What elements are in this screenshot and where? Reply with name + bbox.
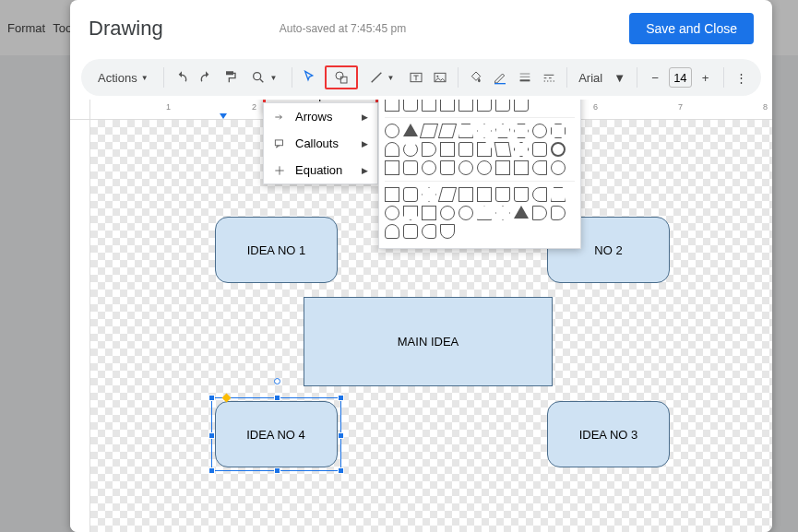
shape-plaque[interactable] (532, 142, 547, 157)
shape-cloud[interactable] (551, 160, 566, 175)
shape-round-same[interactable] (514, 100, 529, 112)
shape-triangle[interactable] (403, 124, 418, 136)
actions-menu-button[interactable]: Actions▼ (90, 65, 156, 89)
flowchart-extract[interactable] (514, 206, 529, 219)
fill-color-button[interactable] (466, 65, 486, 89)
shape-snip-corner[interactable] (422, 100, 436, 112)
shape-folded-corner[interactable] (440, 160, 455, 175)
shape-rectangle[interactable] (385, 100, 399, 112)
flowchart-or[interactable] (459, 206, 473, 220)
shape-round-single[interactable] (495, 100, 510, 112)
shape-l-shape[interactable] (477, 142, 492, 157)
shape-parallelogram[interactable] (438, 124, 457, 138)
shape-bevel[interactable] (403, 160, 418, 175)
flowchart-collate[interactable] (477, 206, 492, 220)
flowchart-display[interactable] (551, 206, 566, 220)
paint-format-button[interactable] (220, 65, 240, 89)
flowchart-summing[interactable] (440, 206, 455, 220)
flowchart-internal-storage[interactable] (477, 187, 492, 202)
flowchart-sort[interactable] (495, 206, 510, 220)
resize-handle-w[interactable] (208, 432, 215, 439)
shape-moon[interactable] (532, 160, 547, 175)
flowchart-data[interactable] (438, 187, 457, 202)
zoom-button[interactable]: ▼ (244, 65, 284, 89)
shape-cross[interactable] (514, 142, 529, 157)
flowchart-magnetic-disk[interactable] (403, 224, 418, 239)
flowchart-predefined[interactable] (459, 187, 473, 202)
flowchart-card[interactable] (422, 206, 436, 220)
shape-lightning[interactable] (495, 160, 510, 175)
idea-1-shape[interactable]: IDEA NO 1 (215, 217, 338, 283)
select-tool-button[interactable] (300, 65, 320, 89)
resize-handle-ne[interactable] (338, 395, 344, 401)
shape-hexagon[interactable] (514, 124, 529, 138)
flowchart-multidoc[interactable] (514, 187, 529, 202)
border-color-button[interactable] (490, 65, 510, 89)
flowchart-manual-op[interactable] (551, 187, 566, 202)
shape-snip-same[interactable] (459, 100, 473, 112)
textbox-button[interactable] (405, 65, 425, 89)
flowchart-document[interactable] (495, 187, 510, 202)
font-decrease-button[interactable]: − (645, 65, 665, 89)
flowchart-process[interactable] (385, 187, 399, 202)
shape-right-triangle[interactable] (420, 124, 438, 138)
shape-donut[interactable] (422, 160, 436, 175)
shape-sun[interactable] (514, 160, 529, 175)
rotate-handle[interactable] (274, 378, 280, 384)
shape-rounded-rectangle[interactable] (403, 100, 418, 112)
border-weight-button[interactable] (515, 65, 535, 89)
shape-diamond[interactable] (477, 124, 492, 138)
resize-handle-n[interactable] (274, 395, 280, 401)
shape-frame[interactable] (440, 142, 455, 157)
callouts-menu-item[interactable]: Callouts▶ (264, 130, 377, 157)
shape-pie[interactable] (403, 142, 418, 157)
page-title: Drawing (89, 17, 163, 41)
shape-snip-single[interactable] (440, 100, 455, 112)
adjust-handle[interactable] (222, 394, 232, 403)
border-dash-button[interactable] (539, 65, 559, 89)
redo-button[interactable] (196, 65, 216, 89)
flowchart-delay[interactable] (532, 206, 547, 220)
flowchart-decision[interactable] (422, 187, 436, 202)
shape-half-frame[interactable] (459, 142, 473, 157)
main-idea-shape[interactable]: MAIN IDEA (304, 297, 553, 386)
equation-menu-item[interactable]: Equation▶ (264, 157, 377, 183)
shape-diagonal-stripe[interactable] (494, 142, 512, 157)
shape-pentagon[interactable] (495, 124, 510, 138)
shape-tool-button[interactable] (325, 65, 358, 89)
flowchart-offpage[interactable] (403, 206, 418, 220)
resize-handle-se[interactable] (338, 467, 344, 474)
font-family-select[interactable]: Arial▼ (575, 71, 629, 85)
flowchart-stored-data[interactable] (440, 224, 455, 239)
font-size-input[interactable]: 14 (669, 67, 691, 88)
undo-button[interactable] (171, 65, 191, 89)
font-increase-button[interactable]: + (696, 65, 716, 89)
shape-teardrop[interactable] (422, 142, 436, 157)
resize-handle-nw[interactable] (208, 395, 215, 401)
arrows-menu-item[interactable]: Arrows▶ (264, 103, 377, 130)
more-options-button[interactable]: ⋮ (732, 65, 752, 89)
shape-oval[interactable] (385, 124, 399, 138)
idea-3-shape[interactable]: IDEA NO 3 (547, 401, 670, 467)
image-button[interactable] (430, 65, 450, 89)
flowchart-connector[interactable] (385, 206, 399, 220)
shape-heptagon[interactable] (532, 124, 547, 138)
save-and-close-button[interactable]: Save and Close (629, 13, 754, 44)
shape-heart[interactable] (477, 160, 492, 175)
flowchart-alt-process[interactable] (403, 187, 418, 202)
flowchart-seq-storage[interactable] (385, 224, 399, 239)
line-tool-button[interactable]: ▼ (362, 65, 402, 89)
shape-trapezoid[interactable] (459, 124, 473, 138)
shape-can[interactable] (551, 142, 566, 157)
shape-octagon[interactable] (551, 124, 566, 138)
flowchart-terminator[interactable] (532, 187, 547, 202)
shape-smiley[interactable] (459, 160, 473, 175)
resize-handle-s[interactable] (274, 467, 280, 474)
shape-snip-diag[interactable] (477, 100, 492, 112)
shape-cube[interactable] (385, 160, 399, 175)
flowchart-direct-access[interactable] (422, 224, 436, 239)
resize-handle-sw[interactable] (208, 467, 215, 474)
shape-chord[interactable] (385, 142, 399, 157)
resize-handle-e[interactable] (338, 432, 344, 439)
ruler-marker[interactable] (220, 113, 227, 119)
